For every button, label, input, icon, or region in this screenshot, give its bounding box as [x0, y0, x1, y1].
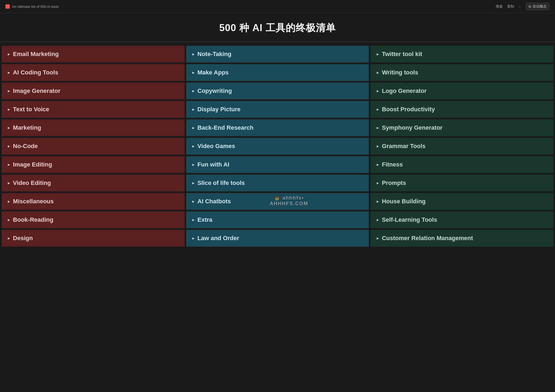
- arrow-icon: ►: [192, 52, 195, 56]
- arrow-icon: ►: [7, 236, 11, 240]
- arrow-icon: ►: [376, 218, 380, 222]
- try-label: 尝试概念: [533, 4, 547, 9]
- list-item[interactable]: ►Display Picture: [186, 101, 369, 118]
- list-item[interactable]: ►No-Code: [2, 138, 185, 155]
- list-item[interactable]: ►Logo Generator: [370, 83, 553, 99]
- arrow-icon: ►: [7, 52, 11, 56]
- list-item[interactable]: ►Video Editing: [2, 175, 185, 191]
- arrow-icon: ►: [376, 126, 380, 130]
- try-button[interactable]: N 尝试概念: [526, 3, 550, 10]
- list-item[interactable]: ►Fitness: [370, 156, 553, 173]
- arrow-icon: ►: [192, 218, 195, 222]
- arrow-icon: ►: [376, 70, 380, 75]
- arrow-icon: ►: [7, 70, 11, 75]
- list-item[interactable]: ►Self-Learning Tools: [370, 211, 553, 228]
- list-item[interactable]: ►Marketing: [2, 119, 185, 136]
- list-item[interactable]: ►Symphony Generator: [370, 119, 553, 136]
- list-item[interactable]: ►Prompts: [370, 175, 553, 191]
- list-item[interactable]: ►Make Apps: [186, 64, 369, 81]
- arrow-icon: ►: [192, 126, 195, 130]
- list-item[interactable]: ►Fun with AI: [186, 156, 369, 173]
- list-item[interactable]: ►Email Marketing: [2, 46, 185, 63]
- arrow-icon: ►: [7, 89, 11, 93]
- arrow-icon: ►: [7, 199, 11, 204]
- top-bar-left: An Ultimate list of 500 AI tools: [5, 4, 59, 9]
- arrow-icon: ►: [7, 126, 11, 130]
- main-grid: ►Email Marketing►Note-Taking►Twitter too…: [0, 44, 555, 248]
- more-button[interactable]: ···: [518, 5, 521, 9]
- divider: [0, 41, 555, 42]
- list-item[interactable]: ►Image Editing: [2, 156, 185, 173]
- arrow-icon: ►: [376, 144, 380, 148]
- list-item[interactable]: ►AI Coding Tools: [2, 64, 185, 81]
- arrow-icon: ►: [7, 107, 11, 112]
- list-item[interactable]: ►Grammar Tools: [370, 138, 553, 155]
- list-item[interactable]: ►Image Generator: [2, 83, 185, 99]
- arrow-icon: ►: [192, 181, 195, 185]
- arrow-icon: ►: [192, 162, 195, 167]
- list-item[interactable]: ►Twitter tool kit: [370, 46, 553, 63]
- arrow-icon: ►: [376, 236, 380, 240]
- arrow-icon: ►: [7, 218, 11, 222]
- list-item[interactable]: ►House Building: [370, 193, 553, 210]
- list-item[interactable]: ►Slice of life tools: [186, 175, 369, 191]
- list-item[interactable]: ►Back-End Research: [186, 119, 369, 136]
- arrow-icon: ►: [376, 199, 380, 204]
- list-item[interactable]: ►Text to Voice: [2, 101, 185, 118]
- list-item[interactable]: ►Note-Taking: [186, 46, 369, 63]
- copy-button[interactable]: 复制: [507, 4, 514, 9]
- arrow-icon: ►: [192, 70, 195, 75]
- list-item[interactable]: ►Miscellaneous: [2, 193, 185, 210]
- arrow-icon: ►: [192, 199, 195, 204]
- notion-icon: N: [529, 5, 531, 9]
- app-title: An Ultimate list of 500 AI tools: [12, 5, 59, 9]
- list-item[interactable]: ►Book-Reading: [2, 211, 185, 228]
- top-bar: An Ultimate list of 500 AI tools 搜索 复制 ·…: [0, 0, 555, 13]
- arrow-icon: ►: [376, 52, 380, 56]
- arrow-icon: ►: [192, 236, 195, 240]
- app-icon: [5, 4, 10, 9]
- search-button[interactable]: 搜索: [496, 4, 503, 9]
- list-item[interactable]: ►AI Chatbots: [186, 193, 369, 210]
- list-item[interactable]: ►Customer Relation Management: [370, 230, 553, 247]
- page-title: 500 种 AI 工具的终极清单: [0, 13, 555, 41]
- list-item[interactable]: ►Law and Order: [186, 230, 369, 247]
- arrow-icon: ►: [192, 144, 195, 148]
- arrow-icon: ►: [192, 107, 195, 112]
- top-bar-right: 搜索 复制 ··· N 尝试概念: [496, 3, 550, 10]
- list-item[interactable]: ►Copywriting: [186, 83, 369, 99]
- arrow-icon: ►: [192, 89, 195, 93]
- list-item[interactable]: ►Extra: [186, 211, 369, 228]
- list-item[interactable]: ►Design: [2, 230, 185, 247]
- arrow-icon: ►: [7, 181, 11, 185]
- list-item[interactable]: ►Boost Productivity: [370, 101, 553, 118]
- arrow-icon: ►: [376, 107, 380, 112]
- list-item[interactable]: ►Writing tools: [370, 64, 553, 81]
- arrow-icon: ►: [7, 144, 11, 148]
- arrow-icon: ►: [376, 162, 380, 167]
- arrow-icon: ►: [7, 162, 11, 167]
- arrow-icon: ►: [376, 181, 380, 185]
- arrow-icon: ►: [376, 89, 380, 93]
- list-item[interactable]: ►Video Games: [186, 138, 369, 155]
